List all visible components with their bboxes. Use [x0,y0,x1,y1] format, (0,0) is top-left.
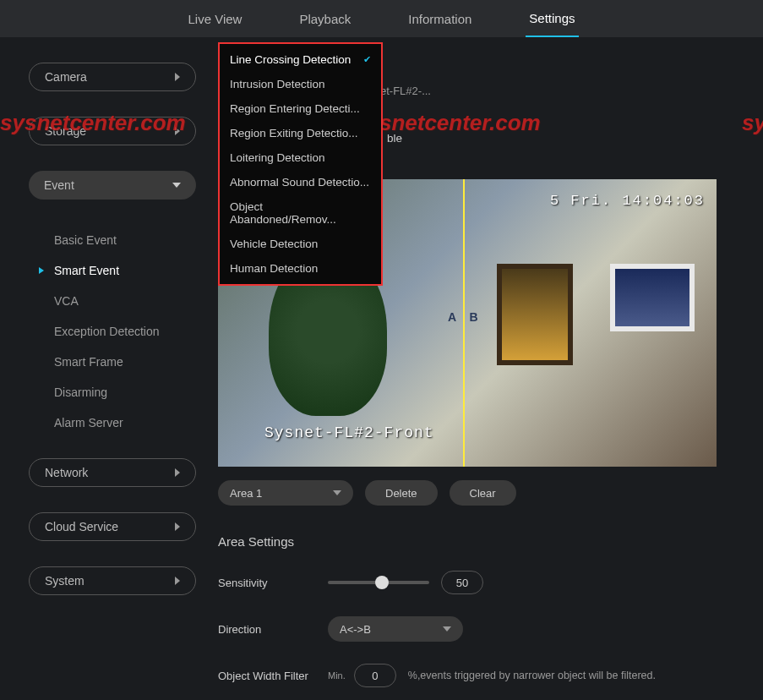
content-pane: Line Crossing Detection ✔ Intrusion Dete… [203,37,763,700]
sidebar-system[interactable]: System [29,566,196,595]
sidebar-camera-label: Camera [45,70,87,84]
sidebar-storage-label: Storage [45,124,86,138]
enable-label-partial: ble [387,132,402,145]
preview-timestamp: 5 Fri. 14:04:03 [550,193,705,209]
sidebar-cloud-label: Cloud Service [45,520,118,533]
area-settings-title: Area Settings [218,534,738,549]
sidebar-camera[interactable]: Camera [29,63,196,91]
slider-thumb[interactable] [375,576,389,589]
sidebar-event-label: Event [44,178,74,192]
sensitivity-value[interactable]: 50 [441,571,483,594]
dropdown-vehicle[interactable]: Vehicle Detection [220,232,381,256]
sidebar-cloud-service[interactable]: Cloud Service [29,512,196,541]
sidebar-network[interactable]: Network [29,458,196,487]
tab-playback[interactable]: Playback [296,2,354,36]
tab-live-view[interactable]: Live View [184,2,245,36]
area-select-value: Area 1 [230,487,262,500]
delete-button[interactable]: Delete [365,480,438,506]
dropdown-human[interactable]: Human Detection [220,256,381,281]
dropdown-item-label: Line Crossing Detection [230,53,351,66]
min-label: Min. [328,670,346,681]
width-filter-label: Object Width Filter [218,670,328,682]
chevron-down-icon [333,490,341,495]
dropdown-region-entering[interactable]: Region Entering Detecti... [220,96,381,121]
sidebar-system-label: System [45,574,84,588]
sidebar-item-smart-event[interactable]: Smart Event [29,255,196,286]
direction-label: Direction [218,623,328,636]
sidebar-event[interactable]: Event [29,171,196,200]
check-icon: ✔ [363,54,371,65]
sidebar-item-vca[interactable]: VCA [29,286,196,316]
tab-information[interactable]: Information [405,2,475,36]
chevron-right-icon [175,577,180,585]
channel-select-partial[interactable]: et-FL#2-... [380,85,431,97]
width-filter-row: Object Width Filter Min. 0 %,events trig… [218,664,738,687]
chevron-right-icon [175,468,180,477]
chevron-down-icon [172,183,181,188]
clear-button[interactable]: Clear [450,480,516,506]
chevron-right-icon [175,127,180,135]
sidebar-item-alarm-server[interactable]: Alarm Server [29,407,196,438]
top-nav: Live View Playback Information Settings [0,0,763,37]
dropdown-object-abandoned[interactable]: Object Abandoned/Remov... [220,194,381,232]
width-min-value[interactable]: 0 [354,664,396,687]
dropdown-intrusion[interactable]: Intrusion Detection [220,72,381,96]
sensitivity-slider[interactable] [328,581,429,584]
sidebar-item-basic-event[interactable]: Basic Event [29,225,196,255]
chevron-down-icon [443,626,451,632]
scene-frame-blue [610,264,695,331]
direction-value: A<->B [340,623,371,636]
chevron-right-icon [175,522,180,531]
sidebar-storage[interactable]: Storage [29,117,196,145]
sidebar-item-exception[interactable]: Exception Detection [29,316,196,347]
sidebar: Camera Storage Event Basic Event Smart E… [0,37,203,700]
line-ab-label: A B [448,310,483,324]
dropdown-loitering[interactable]: Loitering Detection [220,145,381,170]
dropdown-region-exiting[interactable]: Region Exiting Detectio... [220,121,381,145]
direction-row: Direction A<->B [218,616,738,642]
sidebar-event-subitems: Basic Event Smart Event VCA Exception De… [29,225,196,438]
sensitivity-label: Sensitivity [218,577,328,589]
event-type-dropdown[interactable]: Line Crossing Detection ✔ Intrusion Dete… [218,42,383,286]
dropdown-abnormal-sound[interactable]: Abnormal Sound Detectio... [220,170,381,194]
sidebar-network-label: Network [45,466,88,479]
width-hint: %,events triggered by narrower object wi… [408,670,656,681]
preview-camera-label: Sysnet-FL#2-Front [264,424,434,441]
area-controls: Area 1 Delete Clear [218,480,738,506]
scene-frame-gold [497,264,573,365]
sensitivity-row: Sensitivity 50 [218,571,738,594]
direction-select[interactable]: A<->B [328,616,463,642]
area-select[interactable]: Area 1 [218,480,353,506]
chevron-right-icon [175,73,180,81]
tab-settings[interactable]: Settings [526,1,578,37]
sidebar-item-disarming[interactable]: Disarming [29,377,196,407]
sidebar-item-smart-frame[interactable]: Smart Frame [29,347,196,377]
dropdown-line-crossing[interactable]: Line Crossing Detection ✔ [220,47,381,72]
